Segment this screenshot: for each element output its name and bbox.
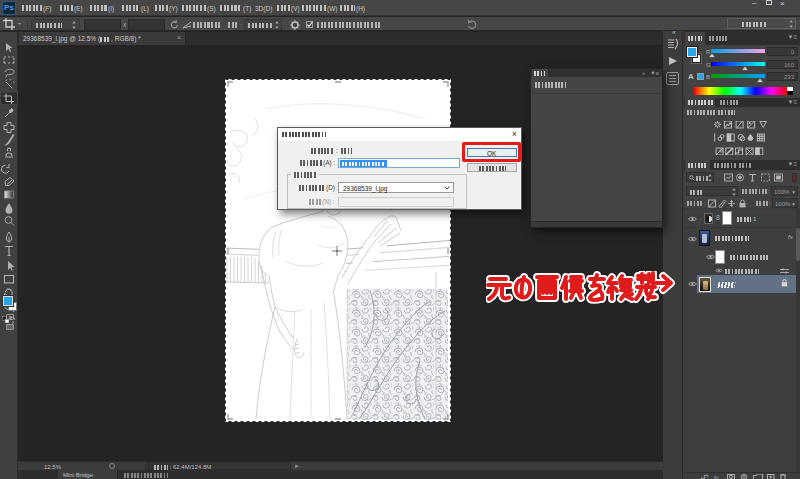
svg-text:fx: fx <box>714 475 720 479</box>
